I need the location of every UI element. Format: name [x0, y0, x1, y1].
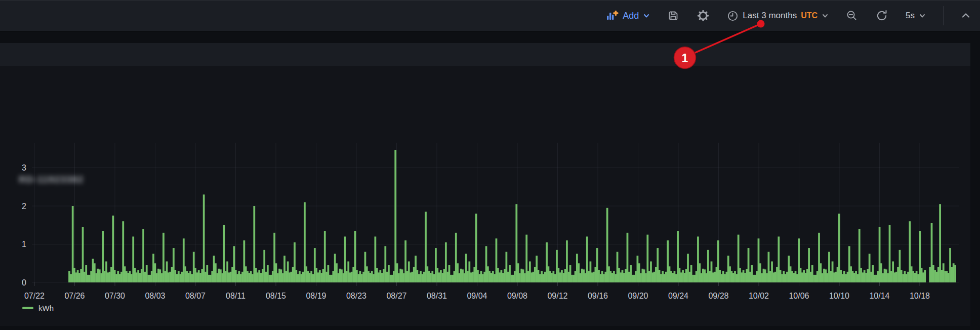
refresh-interval-dropdown[interactable]: 5s	[906, 11, 926, 21]
svg-text:08/27: 08/27	[386, 292, 406, 300]
svg-text:09/16: 09/16	[588, 292, 608, 300]
svg-text:08/19: 08/19	[306, 292, 326, 300]
toolbar-actions: Add	[606, 1, 971, 31]
svg-text:09/20: 09/20	[628, 292, 648, 300]
chevron-up-icon	[961, 11, 971, 21]
svg-text:07/22: 07/22	[24, 292, 45, 300]
svg-text:10/10: 10/10	[829, 292, 849, 300]
legend-swatch	[22, 307, 33, 309]
svg-text:08/03: 08/03	[145, 292, 165, 300]
refresh-icon	[875, 9, 888, 22]
svg-text:0: 0	[22, 278, 26, 287]
chevron-down-icon	[822, 12, 829, 19]
add-button[interactable]: Add	[606, 10, 650, 21]
svg-text:10/02: 10/02	[749, 292, 769, 300]
svg-text:09/08: 09/08	[507, 292, 527, 300]
dashboard-settings-button[interactable]	[697, 9, 710, 22]
svg-text:1: 1	[22, 240, 26, 249]
svg-text:08/31: 08/31	[427, 292, 447, 300]
time-range-label: Last 3 months	[743, 11, 797, 21]
timeseries-chart[interactable]: 012307/2207/2607/3008/0308/0708/1108/150…	[0, 0, 980, 330]
chevron-down-icon	[643, 12, 650, 19]
svg-text:08/15: 08/15	[266, 292, 286, 300]
refresh-button[interactable]	[875, 9, 888, 22]
svg-text:08/23: 08/23	[346, 292, 366, 300]
svg-text:10/14: 10/14	[869, 292, 889, 300]
svg-text:08/11: 08/11	[226, 292, 246, 300]
panel-title-blurred: RD-11923382	[19, 174, 84, 185]
svg-text:09/28: 09/28	[708, 292, 728, 300]
zoom-out-time-button[interactable]	[846, 10, 858, 22]
svg-text:10/18: 10/18	[910, 292, 930, 300]
svg-text:2: 2	[22, 202, 26, 211]
top-toolbar: Add	[0, 0, 980, 31]
svg-text:08/07: 08/07	[185, 292, 206, 300]
time-range-picker[interactable]: Last 3 months UTC	[727, 10, 829, 22]
legend-label: kWh	[38, 304, 54, 312]
svg-text:07/30: 07/30	[105, 292, 125, 300]
svg-text:3: 3	[22, 163, 26, 172]
grafana-dashboard: { "toolbar": { "add_label": "Add", "time…	[0, 0, 980, 330]
clock-icon	[727, 10, 739, 22]
svg-text:09/12: 09/12	[547, 292, 567, 300]
toolbar-divider	[943, 6, 944, 25]
add-button-label: Add	[623, 11, 639, 21]
svg-text:07/26: 07/26	[64, 292, 85, 300]
svg-text:10/06: 10/06	[789, 292, 809, 300]
save-icon	[667, 10, 679, 22]
chevron-down-icon	[919, 12, 926, 19]
gear-icon	[697, 9, 710, 22]
zoom-out-icon	[846, 10, 858, 22]
svg-text:09/24: 09/24	[668, 292, 688, 300]
collapse-toolbar-button[interactable]	[961, 11, 971, 21]
add-panel-icon	[606, 10, 619, 21]
svg-text:09/04: 09/04	[467, 292, 487, 300]
timezone-label: UTC	[801, 11, 818, 20]
legend-item-kwh[interactable]: kWh	[22, 304, 54, 312]
save-dashboard-button[interactable]	[667, 10, 679, 22]
refresh-interval-label: 5s	[906, 11, 915, 21]
